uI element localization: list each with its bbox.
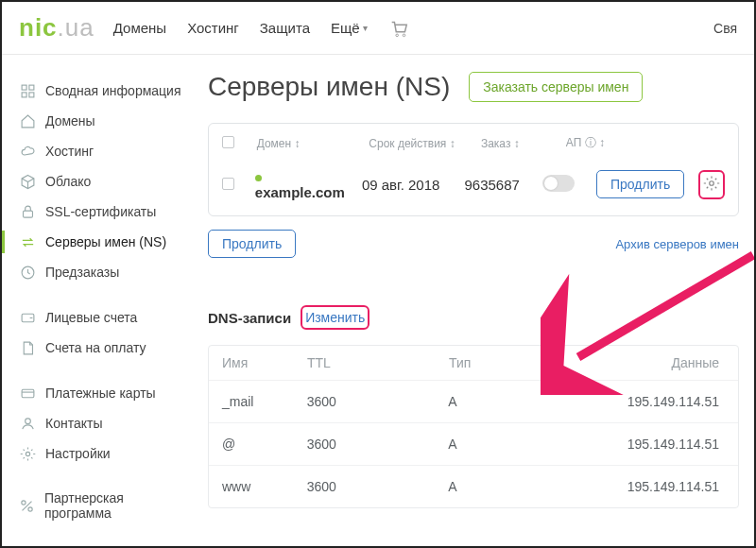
svg-rect-9 xyxy=(22,389,34,398)
svg-point-12 xyxy=(22,500,26,504)
user-icon xyxy=(19,415,36,432)
dns-cell-type: A xyxy=(448,437,627,452)
home-icon xyxy=(19,112,36,129)
sidebar-item-label: Облако xyxy=(45,174,91,189)
svg-rect-3 xyxy=(28,85,33,90)
domain-row: example.com 09 авг. 2018 9635687 Продлит… xyxy=(222,161,725,210)
sidebar-item-label: Серверы имен (NS) xyxy=(45,234,166,249)
highlight-gear xyxy=(698,170,725,199)
sidebar-item-label: Сводная информация xyxy=(45,83,181,98)
sidebar-item-affiliate[interactable]: Партнерская программа xyxy=(15,484,191,527)
file-icon xyxy=(19,339,36,356)
col-header-domain[interactable]: Домен ↕ xyxy=(257,137,352,150)
dns-cell-ttl: 3600 xyxy=(307,394,449,409)
domain-panel: Домен ↕ Срок действия ↕ Заказ ↕ АП ⓘ ↕ e… xyxy=(208,123,739,216)
domain-expires: 09 авг. 2018 xyxy=(362,177,448,193)
order-ns-button[interactable]: Заказать серверы имен xyxy=(469,72,643,102)
logo-nic: nic xyxy=(19,13,58,42)
sidebar-item-dashboard[interactable]: Сводная информация xyxy=(15,76,191,106)
extend-button[interactable]: Продлить xyxy=(596,170,684,198)
dns-col-type: Тип xyxy=(449,355,628,370)
clock-icon xyxy=(19,264,36,281)
nav-domains[interactable]: Домены xyxy=(113,20,166,36)
dns-cell-type: A xyxy=(448,394,627,409)
sidebar-item-label: SSL-сертификаты xyxy=(45,204,156,219)
percent-icon xyxy=(19,497,35,514)
sidebar-item-label: Партнерская программа xyxy=(44,490,185,521)
nav-hosting[interactable]: Хостинг xyxy=(187,20,239,36)
transfer-icon xyxy=(19,233,36,250)
col-header-label: АП xyxy=(566,136,582,149)
dns-cell-name: @ xyxy=(222,437,307,452)
svg-rect-5 xyxy=(28,92,33,96)
header: nic.ua Домены Хостинг Защита Ещё▾ Свя xyxy=(2,2,754,55)
sidebar-item-ns[interactable]: Серверы имен (NS) xyxy=(15,227,191,257)
col-header-label: Домен xyxy=(257,137,292,150)
dns-cell-name: www xyxy=(222,479,307,494)
nav-security-label: Защита xyxy=(260,20,310,36)
dns-cell-data: 195.149.114.51 xyxy=(627,394,725,409)
page-title: Серверы имен (NS) xyxy=(208,72,450,102)
sidebar-item-label: Контакты xyxy=(45,416,102,431)
sidebar-item-domains[interactable]: Домены xyxy=(15,106,191,136)
archive-link[interactable]: Архив серверов имен xyxy=(615,237,739,251)
logo[interactable]: nic.ua xyxy=(19,13,94,43)
col-header-expires[interactable]: Срок действия ↕ xyxy=(369,137,464,150)
sidebar-item-invoices[interactable]: Счета на оплату xyxy=(15,333,191,363)
logo-ua: .ua xyxy=(58,13,94,42)
sidebar-item-hosting[interactable]: Хостинг xyxy=(15,136,191,166)
dns-cell-ttl: 3600 xyxy=(307,479,449,494)
sidebar-item-preorders[interactable]: Предзаказы xyxy=(15,257,191,287)
select-all-checkbox[interactable] xyxy=(222,136,234,148)
row-checkbox[interactable] xyxy=(222,178,234,190)
sidebar-item-contacts[interactable]: Контакты xyxy=(15,408,191,438)
dns-cell-name: _mail xyxy=(222,394,307,409)
dns-title: DNS-записи xyxy=(208,310,291,326)
sidebar-item-label: Счета на оплату xyxy=(45,340,146,355)
dns-table: Имя TTL Тип Данные _mail 3600 A 195.149.… xyxy=(208,345,739,508)
autorenew-toggle[interactable] xyxy=(542,175,575,192)
sidebar-item-cards[interactable]: Платежные карты xyxy=(15,378,191,408)
svg-point-13 xyxy=(28,506,32,510)
svg-rect-2 xyxy=(22,85,26,90)
highlight-edit: Изменить xyxy=(301,305,369,330)
sidebar-item-ssl[interactable]: SSL-сертификаты xyxy=(15,197,191,227)
grid-icon xyxy=(19,82,36,99)
sidebar-item-label: Хостинг xyxy=(45,144,94,159)
card-icon xyxy=(19,385,36,402)
lock-icon xyxy=(19,203,36,220)
svg-point-14 xyxy=(710,180,714,185)
dns-section: DNS-записи Изменить Имя TTL Тип Данные _… xyxy=(208,305,739,508)
header-right-link[interactable]: Свя xyxy=(713,21,737,36)
dns-cell-data: 195.149.114.51 xyxy=(627,437,725,452)
dns-cell-ttl: 3600 xyxy=(307,437,449,452)
domain-table-header: Домен ↕ Срок действия ↕ Заказ ↕ АП ⓘ ↕ xyxy=(222,133,725,161)
cart-icon[interactable] xyxy=(388,18,409,39)
sidebar-item-label: Предзаказы xyxy=(45,265,119,280)
col-header-ap[interactable]: АП ⓘ ↕ xyxy=(566,135,607,151)
row-gear-icon[interactable] xyxy=(703,175,720,195)
domain-name[interactable]: example.com xyxy=(255,184,345,200)
dns-table-header: Имя TTL Тип Данные xyxy=(209,346,738,380)
col-header-label: Срок действия xyxy=(369,137,446,150)
sidebar-item-label: Настройки xyxy=(45,446,111,461)
col-header-order[interactable]: Заказ ↕ xyxy=(481,137,549,150)
svg-point-10 xyxy=(25,418,30,423)
bulk-extend-button[interactable]: Продлить xyxy=(208,230,296,258)
main-content: Серверы имен (NS) Заказать серверы имен … xyxy=(191,55,754,546)
dns-col-name: Имя xyxy=(222,355,307,370)
nav-hosting-label: Хостинг xyxy=(187,20,239,36)
sidebar-item-settings[interactable]: Настройки xyxy=(15,438,191,469)
sidebar-item-cloud[interactable]: Облако xyxy=(15,166,191,197)
sidebar-item-accounts[interactable]: Лицевые счета xyxy=(15,302,191,333)
cube-icon xyxy=(19,173,36,190)
nav-more[interactable]: Ещё▾ xyxy=(331,20,368,36)
nav-security[interactable]: Защита xyxy=(260,20,310,36)
domain-order: 9635687 xyxy=(464,177,525,193)
dns-cell-type: A xyxy=(448,479,627,494)
svg-point-0 xyxy=(396,34,399,37)
col-header-label: Заказ xyxy=(481,137,510,150)
dns-row: @ 3600 A 195.149.114.51 xyxy=(209,422,738,465)
dns-edit-link[interactable]: Изменить xyxy=(305,310,365,325)
dns-cell-data: 195.149.114.51 xyxy=(627,479,725,494)
